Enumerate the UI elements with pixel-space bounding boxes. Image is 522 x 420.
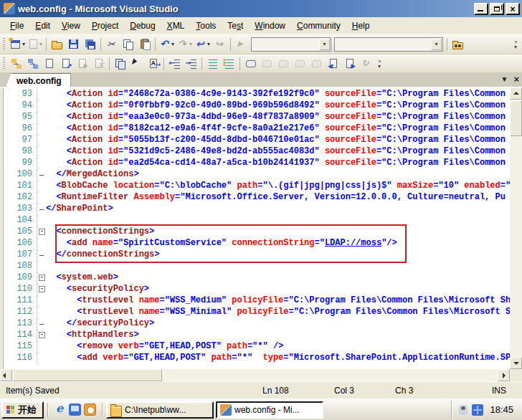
collapse-region-button[interactable]: - (39, 229, 45, 235)
vertical-scrollbar[interactable] (510, 87, 522, 369)
undo-button[interactable]: ▾ (158, 37, 176, 52)
undo-dropdown-icon[interactable]: ▾ (171, 41, 174, 47)
copy-nodes-button[interactable] (112, 56, 128, 72)
task-button-2[interactable]: web.config - Mi... (216, 401, 323, 419)
create-schema-button[interactable] (8, 56, 24, 72)
view-shortcut-button[interactable] (57, 56, 74, 72)
toolbar-separator (109, 57, 110, 70)
copy-button[interactable] (120, 37, 136, 52)
menu-tools[interactable]: Tools (190, 19, 222, 33)
open-file-button[interactable] (49, 37, 65, 52)
new-project-dropdown-icon[interactable]: ▾ (22, 41, 25, 47)
toolbar-grip[interactable] (3, 38, 5, 51)
decrease-indent-button[interactable] (166, 56, 183, 72)
toolbar-options-2-button[interactable]: »▾ (374, 56, 384, 72)
export-button[interactable] (74, 56, 90, 72)
scroll-up-button[interactable] (510, 87, 522, 100)
redo-icon (177, 39, 189, 50)
menu-view[interactable]: View (56, 19, 86, 33)
toolbar-options-1-button[interactable]: »▾ (511, 37, 521, 52)
save-button[interactable] (65, 37, 82, 52)
code-line-113: 113 </securityPolicy> (4, 318, 522, 330)
scroll-left-button[interactable] (0, 369, 12, 381)
restore-button[interactable] (490, 3, 504, 15)
toolbar-grip[interactable] (3, 57, 5, 70)
show-desktop-icon[interactable] (69, 404, 81, 416)
delete-button[interactable] (90, 56, 107, 72)
bookmark-3-button[interactable] (292, 56, 308, 72)
solution-configurations-combo-arrow-icon[interactable]: ▾ (319, 39, 330, 50)
bookmark-4-button[interactable] (308, 56, 325, 72)
navigate-back-button[interactable]: ▾ (194, 37, 212, 52)
save-all-button[interactable] (82, 37, 98, 52)
add-item-button[interactable]: ▾ (27, 37, 44, 52)
comment-box-button[interactable] (242, 56, 259, 72)
document-list-dropdown-icon[interactable]: ▼ (501, 75, 508, 84)
format-selection-button[interactable] (221, 56, 237, 72)
code-text: <trustLevel name="WSS_Minimal" policyFil… (46, 307, 516, 318)
solution-platforms-combo-arrow-icon[interactable]: ▾ (431, 39, 442, 50)
menu-edit[interactable]: Edit (29, 19, 56, 33)
add-item-dropdown-icon[interactable]: ▾ (39, 41, 42, 47)
collapse-region-button[interactable]: - (39, 286, 45, 292)
start-debug-button[interactable] (233, 37, 250, 52)
ldap-url-link[interactable]: LDAP://moss (325, 238, 381, 248)
save-all-icon (87, 42, 95, 49)
close-document-icon[interactable]: × (513, 75, 519, 84)
paste-button[interactable] (136, 37, 153, 52)
select-pointer-button[interactable] (128, 56, 145, 72)
move-backward-button[interactable] (325, 56, 341, 72)
view-hierarchy-button[interactable] (24, 56, 41, 72)
navigate-forward-button[interactable] (212, 37, 228, 52)
code-text: </securityPolicy> (46, 318, 154, 330)
increase-indent-button[interactable] (183, 56, 199, 72)
menu-xml[interactable]: XML (161, 19, 191, 33)
network-tray-icon[interactable] (472, 404, 483, 416)
move-forward-button[interactable] (341, 56, 358, 72)
solution-platforms-combo[interactable]: ▾ (334, 37, 443, 52)
start-button[interactable]: 开始 (1, 401, 44, 419)
collapse-region-button[interactable]: - (39, 275, 45, 281)
open-file-icon (52, 42, 62, 49)
menu-window[interactable]: Window (249, 19, 291, 33)
visual-studio-icon (220, 404, 232, 416)
document-outline-button[interactable] (41, 56, 57, 72)
code-editor[interactable]: 93 <Action id="2468c72a-0386-4c9e-9143-3… (3, 87, 522, 369)
clock-app-icon[interactable] (84, 404, 96, 416)
bookmark-1-button[interactable] (259, 56, 275, 72)
go-to-text-button[interactable] (145, 56, 161, 72)
tab-web-config[interactable]: web.config (6, 73, 71, 87)
find-in-files-button[interactable] (450, 37, 466, 52)
cut-button[interactable] (103, 37, 120, 52)
menu-project[interactable]: Project (86, 19, 124, 33)
vertical-scroll-thumb[interactable] (510, 100, 522, 136)
minimize-button[interactable] (474, 3, 488, 15)
solution-configurations-combo[interactable]: ▾ (251, 37, 331, 52)
status-line-number: Ln 108 (262, 386, 334, 396)
internet-explorer-icon[interactable] (54, 404, 66, 416)
collapse-region-button[interactable]: - (39, 332, 45, 338)
scroll-right-button[interactable] (498, 369, 510, 381)
bookmark-2-button[interactable] (275, 56, 292, 72)
horizontal-scrollbar[interactable] (0, 369, 522, 381)
im-tray-icon[interactable] (459, 405, 468, 415)
menu-help[interactable]: Help (346, 19, 376, 33)
new-project-button[interactable]: ▾ (8, 37, 27, 52)
format-document-button[interactable] (204, 56, 221, 72)
menu-file[interactable]: File (4, 19, 29, 33)
refresh-button[interactable] (358, 56, 374, 72)
scroll-track[interactable] (162, 369, 498, 381)
menu-debug[interactable]: Debug (124, 19, 161, 33)
menu-community[interactable]: Community (291, 19, 346, 33)
code-line-96: 96 <Action id="8182ca12-e9a6-4f4f-9cfe-8… (4, 123, 522, 135)
navigate-back-dropdown-icon[interactable]: ▾ (207, 41, 210, 47)
horizontal-scroll-thumb[interactable] (13, 369, 162, 381)
task-button-1[interactable]: C:\Inetpub\ww... (106, 401, 214, 419)
scroll-down-button[interactable] (510, 357, 522, 369)
redo-button[interactable]: ▾ (176, 37, 194, 52)
redo-dropdown-icon[interactable]: ▾ (189, 41, 192, 47)
menu-test[interactable]: Test (222, 19, 249, 33)
code-line-98: 98 <Action id="5321d9c5-2486-49e8-bd2d-a… (4, 146, 522, 158)
fold-margin (37, 341, 46, 353)
close-button[interactable]: × (506, 3, 520, 15)
